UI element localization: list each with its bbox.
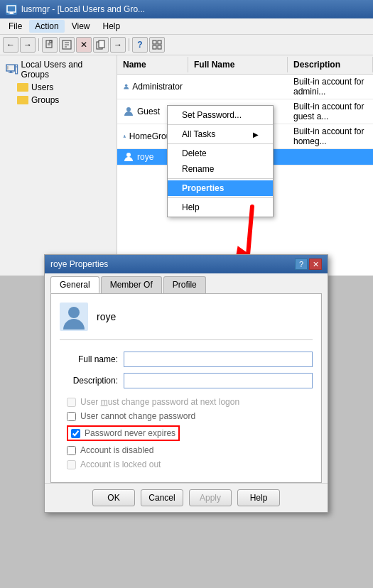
checkbox-account-disabled-label: Account is disabled (80, 445, 153, 455)
properties-button[interactable] (59, 37, 75, 53)
svg-rect-13 (153, 40, 156, 44)
ctx-properties[interactable]: Properties (168, 180, 273, 196)
svg-rect-4 (50, 40, 52, 43)
col-name[interactable]: Name (117, 57, 188, 72)
sidebar-item-groups[interactable]: Groups (11, 94, 114, 107)
checkbox-never-expires[interactable] (71, 429, 80, 438)
ok-button[interactable]: OK (92, 489, 135, 506)
cell-desc-homegroup: Built-in account for homeg... (288, 124, 373, 148)
checkbox-row-must-change: User must change password at next logon (67, 397, 313, 407)
toolbar-separator-2 (129, 38, 129, 51)
checkbox-cannot-change[interactable] (67, 412, 76, 421)
svg-point-23 (125, 85, 127, 87)
table-header: Name Full Name Description (117, 55, 373, 75)
sidebar-users-label: Users (31, 82, 53, 92)
checkbox-account-locked-label: Account is locked out (80, 459, 161, 469)
description-input[interactable] (124, 373, 313, 388)
svg-rect-1 (10, 12, 13, 13)
help-button[interactable]: ? (132, 37, 148, 53)
tab-profile[interactable]: Profile (163, 276, 206, 293)
fullname-label: Full name: (60, 354, 124, 364)
properties-dialog: roye Properties ? ✕ General Member Of Pr… (44, 254, 328, 513)
tab-member-of[interactable]: Member Of (101, 276, 162, 293)
back-button[interactable]: ← (3, 37, 18, 53)
window-title: lusrmgr - [Local Users and Gro... (21, 4, 145, 14)
help-footer-button[interactable]: Help (237, 489, 280, 506)
cell-fullname-admin (188, 85, 288, 89)
user-icon-roye (123, 151, 134, 163)
sidebar-root[interactable]: Local Users and Groups (3, 58, 114, 81)
dialog-username: roye (97, 311, 116, 322)
folder-icon-groups (17, 96, 28, 104)
checkbox-highlighted-container: Password never expires (67, 425, 180, 441)
checkbox-row-locked: Account is locked out (67, 459, 313, 469)
ctx-set-password[interactable]: Set Password... (168, 107, 273, 123)
cell-desc-guest: Built-in account for guest a... (288, 99, 373, 124)
checkbox-row-disabled: Account is disabled (67, 445, 313, 455)
sidebar-item-users[interactable]: Users (11, 81, 114, 94)
sidebar: Local Users and Groups Users Groups (0, 55, 117, 276)
ctx-sep-2 (168, 143, 273, 144)
toolbar-separator-1 (38, 38, 39, 51)
cell-name-admin: Administrator (117, 79, 188, 94)
user-icon-admin (123, 81, 129, 92)
menu-bar: File Action View Help (0, 18, 373, 35)
svg-point-24 (126, 107, 131, 111)
description-label: Description: (60, 376, 124, 386)
checkbox-must-change[interactable] (67, 398, 76, 407)
ctx-delete[interactable]: Delete (168, 146, 273, 161)
ctx-sep-1 (168, 124, 273, 125)
svg-rect-16 (158, 45, 161, 49)
cancel-button[interactable]: Cancel (141, 489, 183, 506)
col-description[interactable]: Description (288, 57, 373, 72)
svg-rect-3 (46, 40, 52, 48)
menu-view[interactable]: View (66, 20, 96, 33)
tab-general[interactable]: General (50, 276, 99, 293)
user-icon-guest (123, 106, 134, 117)
svg-rect-14 (158, 40, 161, 44)
menu-file[interactable]: File (3, 20, 28, 33)
menu-help[interactable]: Help (97, 20, 126, 33)
checkbox-must-change-label: User must change password at next logon (80, 397, 239, 407)
copy-button[interactable] (93, 37, 109, 53)
svg-rect-21 (16, 65, 18, 74)
checkbox-account-locked[interactable] (67, 460, 76, 469)
context-menu: Set Password... All Tasks ▶ Delete Renam… (167, 105, 274, 217)
title-bar: lusrmgr - [Local Users and Gro... (0, 0, 373, 18)
submenu-arrow: ▶ (253, 131, 259, 138)
checkbox-never-expires-label: Password never expires (85, 428, 175, 438)
menu-action[interactable]: Action (29, 20, 64, 33)
dialog-close-button[interactable]: ✕ (309, 258, 322, 270)
dialog-help-button[interactable]: ? (295, 258, 308, 270)
user-profile-section: roye (60, 303, 313, 340)
table-row[interactable]: Administrator Built-in account for admin… (117, 75, 373, 99)
dialog-footer: OK Cancel Apply Help (45, 483, 328, 512)
svg-rect-18 (10, 71, 12, 72)
ctx-rename[interactable]: Rename (168, 161, 273, 177)
checkbox-account-disabled[interactable] (67, 446, 76, 455)
fullname-input[interactable] (124, 352, 313, 367)
ctx-all-tasks[interactable]: All Tasks ▶ (168, 126, 273, 142)
svg-rect-22 (16, 66, 17, 67)
svg-point-26 (126, 153, 131, 157)
delete-button[interactable]: ✕ (76, 37, 92, 53)
svg-rect-12 (99, 40, 104, 48)
export-button[interactable]: → (110, 37, 126, 53)
apply-button[interactable]: Apply (189, 489, 232, 506)
forward-button[interactable]: → (20, 37, 36, 53)
toolbar: ← → ✕ → ? (0, 35, 373, 55)
svg-point-30 (68, 307, 80, 318)
col-fullname[interactable]: Full Name (188, 57, 288, 72)
cell-desc-roye (288, 155, 373, 159)
ctx-sep-3 (168, 178, 273, 179)
tab-content-general: roye Full name: Description: User must c… (50, 293, 322, 483)
new-button[interactable] (42, 37, 58, 53)
checkbox-row-cannot-change: User cannot change password (67, 411, 313, 421)
view-button[interactable] (149, 37, 165, 53)
fullname-row: Full name: (60, 352, 313, 367)
ctx-sep-4 (168, 197, 273, 198)
cell-desc-admin: Built-in account for admini... (288, 75, 373, 99)
user-icon-homegroup (123, 131, 126, 142)
computer-icon (6, 63, 18, 76)
sidebar-root-label: Local Users and Groups (21, 60, 111, 80)
